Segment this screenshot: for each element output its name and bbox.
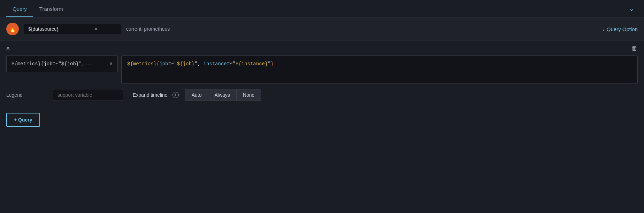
query-option-link[interactable]: › Query Option (603, 26, 638, 32)
query-a-label: A (6, 45, 10, 51)
metrics-row: ${metrics}{job=~"${job}",... × ${metrics… (6, 56, 638, 83)
tabs-row: Query Transform ⌄ (0, 0, 644, 18)
tab-transform[interactable]: Transform (33, 1, 69, 17)
tabs-left: Query Transform (6, 1, 69, 17)
code-close-quote: " (268, 61, 270, 67)
timeline-btn-group: Auto Always None (185, 89, 261, 101)
code-brace-close: } (271, 61, 274, 67)
chevron-down-icon[interactable]: ⌄ (626, 0, 638, 17)
auto-button[interactable]: Auto (185, 89, 208, 101)
add-query-button[interactable]: + Query (6, 113, 40, 127)
code-op2: =~" (227, 61, 236, 67)
query-row-header: A 🗑 (6, 45, 638, 52)
query-section: A 🗑 ${metrics}{job=~"${job}",... × ${met… (0, 41, 644, 111)
query-editor-box[interactable]: ${metrics}{job=~"${job}", instance=~"${i… (121, 56, 638, 83)
code-comma: ", (194, 61, 203, 67)
metrics-selector[interactable]: ${metrics}{job=~"${job}",... × (6, 56, 118, 72)
code-job-key: job (159, 61, 168, 67)
datasource-input[interactable] (28, 26, 91, 32)
tab-query[interactable]: Query (6, 1, 33, 17)
code-instance-val: ${instance} (236, 61, 268, 67)
add-query-row: + Query (0, 111, 644, 133)
code-job-val: ${job} (177, 61, 194, 67)
delete-icon[interactable]: 🗑 (631, 45, 638, 52)
expand-timeline-label: Expand timeline (133, 92, 168, 98)
datasource-current-text: current: prometheus (126, 26, 170, 32)
datasource-clear-icon[interactable]: × (94, 26, 97, 32)
legend-row: Legend Expand timeline i Auto Always Non… (6, 89, 638, 101)
always-button[interactable]: Always (208, 89, 236, 101)
code-metrics: ${metrics} (127, 61, 156, 67)
info-icon[interactable]: i (172, 92, 179, 98)
main-container: Query Transform ⌄ 🔥 × current: prometheu… (0, 0, 644, 133)
legend-input[interactable] (53, 89, 123, 101)
query-option-arrow: › (603, 26, 605, 32)
prometheus-icon: 🔥 (6, 23, 19, 35)
none-button[interactable]: None (237, 89, 261, 101)
code-op: =~" (168, 61, 177, 67)
code-instance-key: instance (204, 61, 227, 67)
datasource-input-wrap[interactable]: × (24, 24, 121, 34)
metrics-selector-value: ${metrics}{job=~"${job}",... (12, 61, 93, 67)
query-option-label: Query Option (607, 26, 638, 32)
metrics-selector-clear-icon[interactable]: × (110, 61, 113, 67)
legend-label: Legend (6, 92, 48, 98)
datasource-row: 🔥 × current: prometheus › Query Option (0, 18, 644, 41)
